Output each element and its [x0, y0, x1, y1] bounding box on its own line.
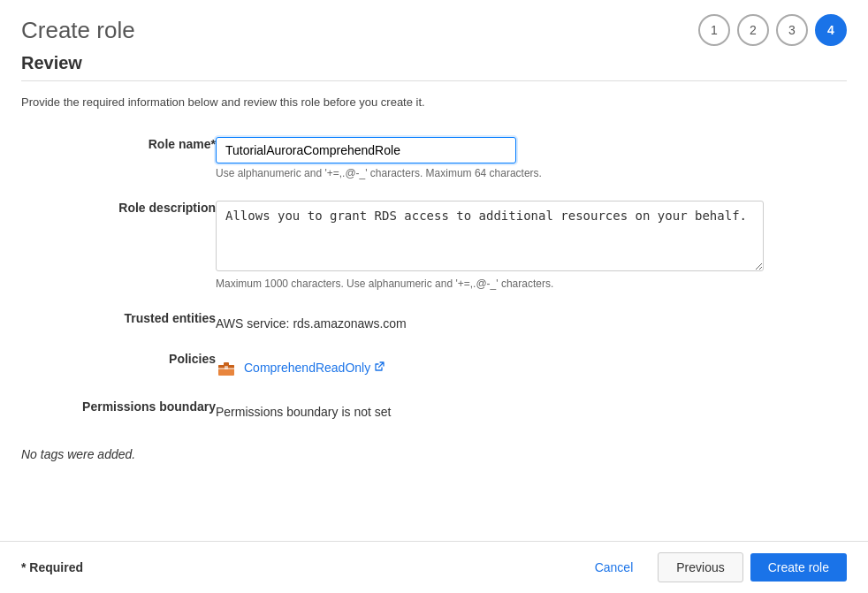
cancel-button[interactable]: Cancel: [577, 553, 651, 582]
policy-icon: [216, 357, 237, 378]
previous-button[interactable]: Previous: [658, 552, 742, 582]
step-1: 1: [698, 14, 730, 46]
role-name-label: Role name*: [21, 130, 216, 194]
policies-row: Policies ComprehendReadOn: [21, 345, 847, 392]
trusted-entities-value: AWS service: rds.amazonaws.com: [216, 311, 847, 331]
required-note: * Required: [21, 560, 83, 574]
external-link-icon: [374, 361, 385, 375]
svg-rect-2: [224, 362, 229, 366]
role-description-textarea[interactable]: Allows you to grant RDS access to additi…: [216, 201, 764, 271]
section-subtitle: Provide the required information below a…: [21, 95, 847, 109]
step-indicators: 1 2 3 4: [698, 14, 847, 46]
role-name-hint: Use alphanumeric and '+=,.@-_' character…: [216, 167, 847, 179]
role-name-row: Role name* Use alphanumeric and '+=,.@-_…: [21, 130, 847, 194]
role-description-hint: Maximum 1000 characters. Use alphanumeri…: [216, 277, 847, 290]
step-4: 4: [815, 14, 847, 46]
trusted-entities-value-cell: AWS service: rds.amazonaws.com: [216, 304, 847, 345]
role-description-row: Role description Allows you to grant RDS…: [21, 194, 847, 304]
form-table: Role name* Use alphanumeric and '+=,.@-_…: [21, 130, 847, 433]
role-name-value-cell: Use alphanumeric and '+=,.@-_' character…: [216, 130, 847, 194]
step-2: 2: [737, 14, 769, 46]
role-name-input[interactable]: [216, 137, 516, 163]
section-divider: [21, 80, 847, 81]
policies-value-cell: ComprehendReadOnly: [216, 345, 847, 392]
footer-buttons: Cancel Previous Create role: [577, 552, 847, 582]
permissions-boundary-row: Permissions boundary Permissions boundar…: [21, 392, 847, 433]
section-title: Review: [21, 53, 847, 73]
create-role-button[interactable]: Create role: [750, 553, 847, 582]
main-content: Review Provide the required information …: [0, 53, 868, 541]
no-tags-text: No tags were added.: [21, 433, 847, 468]
role-description-value-cell: Allows you to grant RDS access to additi…: [216, 194, 847, 304]
role-description-label: Role description: [21, 194, 216, 304]
trusted-entities-row: Trusted entities AWS service: rds.amazon…: [21, 304, 847, 345]
page-title: Create role: [21, 17, 135, 44]
footer: * Required Cancel Previous Create role: [0, 541, 868, 593]
trusted-entities-label: Trusted entities: [21, 304, 216, 345]
permissions-boundary-value-cell: Permissions boundary is not set: [216, 392, 847, 433]
permissions-boundary-label: Permissions boundary: [21, 392, 216, 433]
policy-box-icon: [217, 358, 236, 377]
svg-rect-4: [225, 366, 228, 369]
permissions-boundary-value: Permissions boundary is not set: [216, 399, 847, 419]
step-3: 3: [776, 14, 808, 46]
policies-cell: ComprehendReadOnly: [216, 352, 847, 378]
page-header: Create role 1 2 3 4: [0, 0, 868, 53]
policy-name: ComprehendReadOnly: [244, 361, 370, 375]
policies-label: Policies: [21, 345, 216, 392]
policy-link[interactable]: ComprehendReadOnly: [244, 361, 385, 375]
